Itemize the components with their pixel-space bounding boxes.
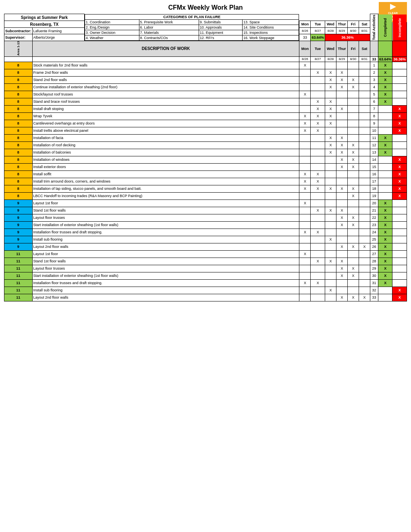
row-num: 7	[370, 105, 378, 112]
day-cell	[325, 163, 336, 170]
completed-cell: X	[378, 279, 392, 287]
col-thur: Thur	[336, 41, 347, 56]
day-cell	[347, 120, 359, 127]
incomplete-cell: X	[392, 294, 407, 301]
day-cell	[325, 156, 336, 163]
day-cell	[311, 214, 325, 221]
incomplete-cell	[392, 141, 407, 149]
completed-cell	[378, 170, 392, 178]
day-cell	[311, 149, 325, 156]
area-cell: 11	[4, 250, 33, 258]
area-cell: 8	[4, 149, 33, 156]
completed-cell	[378, 163, 392, 170]
desc-cell: Install soffit	[32, 170, 299, 178]
row-num: 10	[370, 127, 378, 134]
desc-cell: Stand 2nd floor walls	[32, 76, 299, 83]
categories-block: CATEGORIES OF PLAN FAILURE 1. Coordinati…	[84, 14, 299, 41]
table-row: 8Frame 2nd floor wallsXXX2X	[4, 69, 407, 76]
day-cell: X	[311, 229, 325, 236]
incomplete-cell	[392, 91, 407, 98]
day-cell	[359, 229, 370, 236]
day-cell	[359, 279, 370, 287]
main-table: Springs at Summer Park CATEGORIES OF PLA…	[4, 14, 407, 301]
area-cell: 8	[4, 98, 33, 105]
desc-cell: Frame 2nd floor walls	[32, 69, 299, 76]
completed-cell: X	[378, 272, 392, 279]
desc-cell: Installation of lap siding, stucco panel…	[32, 185, 299, 192]
day-cell	[359, 192, 370, 200]
desc-cell: Stock materials for 2nd floor walls	[32, 62, 299, 69]
day-cell: X	[359, 294, 370, 301]
table-row: 8Cantilevered overhangs at entry doorsXX…	[4, 120, 407, 127]
day-cell: X	[347, 265, 359, 272]
day-cell	[347, 134, 359, 141]
day-cell	[311, 236, 325, 243]
day-cell	[311, 221, 325, 229]
day-cell: X	[299, 112, 311, 120]
day-cell	[299, 141, 311, 149]
incomplete-cell: X	[392, 112, 407, 120]
day-cell	[311, 83, 325, 91]
table-row: 11Layout floor trussesXX29X	[4, 265, 407, 272]
completed-cell	[378, 105, 392, 112]
day-cell: X	[325, 69, 336, 76]
subcontractor-value: Lafuente Framing	[32, 28, 84, 34]
day-cell: X	[347, 156, 359, 163]
desc-cell: Installation floor trusses and draft sto…	[32, 279, 299, 287]
cat-1-2: 5. Prerequisite Work	[139, 19, 199, 25]
area-cell: 11	[4, 272, 33, 279]
sub-total-num: 33	[370, 56, 378, 62]
day-cell	[359, 258, 370, 265]
day-cell	[325, 200, 336, 207]
date-sub-row: 8/26 8/27 8/28 8/29 8/30 8/31 33 63.64% …	[4, 56, 407, 62]
day-cell	[347, 91, 359, 98]
day-cell: X	[299, 200, 311, 207]
table-row: 9Stand 1st floor wallsXXX21X	[4, 207, 407, 214]
area-cell: 8	[4, 163, 33, 170]
table-row: 8Stock materials for 2nd floor wallsX1X	[4, 62, 407, 69]
day-cell	[299, 236, 311, 243]
cat-1-4: 13. Space	[242, 19, 299, 25]
completed-cell: X	[378, 236, 392, 243]
row-num: 11	[370, 134, 378, 141]
table-row: 8Stand 2nd floor wallsXXX3X	[4, 76, 407, 83]
incomplete-cell	[392, 250, 407, 258]
day-cell	[359, 149, 370, 156]
day-cell	[359, 287, 370, 294]
desc-cell: Installation of windows	[32, 156, 299, 163]
cat-2-3: 10. Approvals	[199, 25, 242, 30]
table-row: 8Installation of windowsXX14X	[4, 156, 407, 163]
day-cell: X	[325, 98, 336, 105]
row-num: 3	[370, 76, 378, 83]
day-cell	[336, 120, 347, 127]
day-cell: X	[299, 120, 311, 127]
day-cell	[311, 156, 325, 163]
incomplete-cell	[392, 272, 407, 279]
completed-cell: X	[378, 98, 392, 105]
desc-cell: Installation of roof decking	[32, 141, 299, 149]
row-num: 29	[370, 265, 378, 272]
incomplete-cell	[392, 134, 407, 141]
desc-cell: Stand 1st floor walls	[32, 258, 299, 265]
cat-4-3: 12. RFI's	[199, 35, 242, 40]
row-num: 26	[370, 243, 378, 250]
table-row: 8Install exterior doorsXX15X	[4, 163, 407, 170]
sub-date-sat: 8/31	[359, 56, 370, 62]
row-num: 28	[370, 258, 378, 265]
table-row: 9Installation floor trusses and draft st…	[4, 229, 407, 236]
day-cell	[347, 178, 359, 185]
day-cell	[359, 236, 370, 243]
day-cell	[311, 76, 325, 83]
row-num: 24	[370, 229, 378, 236]
day-cell	[299, 69, 311, 76]
area-cell: 11	[4, 258, 33, 265]
col-fri: Fri	[347, 41, 359, 56]
day-cell: X	[347, 163, 359, 170]
desc-cell: Wrap Tyvek	[32, 112, 299, 120]
desc-cell: Stand and brace roof trusses	[32, 98, 299, 105]
day-cell	[325, 62, 336, 69]
day-cell	[359, 141, 370, 149]
day-cell	[347, 170, 359, 178]
day-cell: X	[325, 287, 336, 294]
spacer-days-header	[299, 14, 370, 21]
